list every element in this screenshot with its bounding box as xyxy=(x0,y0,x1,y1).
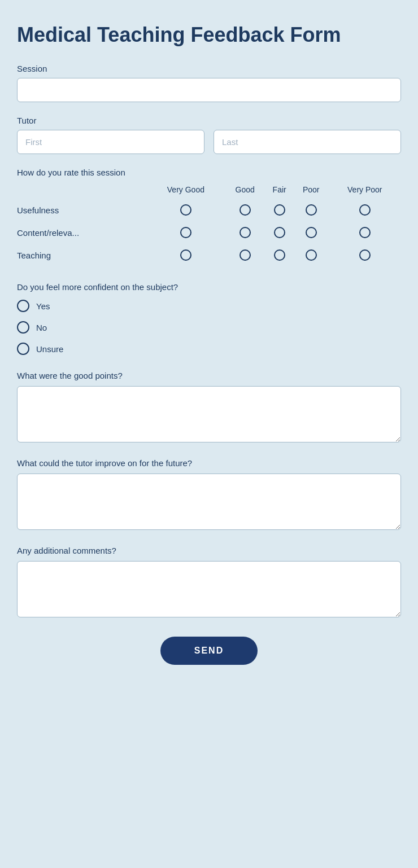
teaching-poor-radio[interactable] xyxy=(306,249,317,261)
usefulness-fair-radio[interactable] xyxy=(274,204,285,216)
confidence-yes-label: Yes xyxy=(36,301,50,311)
rating-col-verypoor: Very Poor xyxy=(329,185,401,199)
usefulness-good-radio[interactable] xyxy=(240,204,251,216)
rating-col-fair: Fair xyxy=(265,185,293,199)
send-button[interactable]: SEND xyxy=(160,637,258,665)
table-row: Teaching xyxy=(17,244,401,266)
teaching-good-radio[interactable] xyxy=(240,249,251,261)
good-points-question: What were the good points? xyxy=(17,371,401,380)
confidence-yes-option: Yes xyxy=(17,300,401,312)
usefulness-label: Usefulness xyxy=(17,199,147,221)
rating-col-good: Good xyxy=(225,185,265,199)
confidence-unsure-label: Unsure xyxy=(36,344,63,354)
session-section: Session xyxy=(17,64,401,102)
rating-col-empty xyxy=(17,185,147,199)
usefulness-verypoor-radio[interactable] xyxy=(359,204,371,216)
teaching-label: Teaching xyxy=(17,244,147,266)
confidence-question: Do you feel more confident on the subjec… xyxy=(17,282,401,292)
page-title: Medical Teaching Feedback Form xyxy=(17,23,401,47)
improve-question: What could the tutor improve on for the … xyxy=(17,458,401,468)
content-label: Content/releva... xyxy=(17,221,147,244)
tutor-first-input[interactable] xyxy=(17,130,204,154)
send-button-container: SEND xyxy=(17,637,401,665)
teaching-fair-radio[interactable] xyxy=(274,249,285,261)
confidence-unsure-option: Unsure xyxy=(17,343,401,355)
content-verygood-radio[interactable] xyxy=(180,227,191,238)
usefulness-verygood-radio[interactable] xyxy=(180,204,191,216)
tutor-last-input[interactable] xyxy=(214,130,401,154)
content-fair-radio[interactable] xyxy=(274,227,285,238)
rating-col-poor: Poor xyxy=(294,185,329,199)
rating-table: Very Good Good Fair Poor Very Poor Usefu… xyxy=(17,185,401,266)
improve-section: What could the tutor improve on for the … xyxy=(17,458,401,532)
content-poor-radio[interactable] xyxy=(306,227,317,238)
additional-section: Any additional comments? xyxy=(17,546,401,620)
confidence-no-label: No xyxy=(36,323,47,332)
good-points-section: What were the good points? xyxy=(17,371,401,445)
additional-question: Any additional comments? xyxy=(17,546,401,555)
rating-section: How do you rate this session Very Good G… xyxy=(17,168,401,266)
session-label: Session xyxy=(17,64,401,73)
good-points-textarea[interactable] xyxy=(17,386,401,442)
session-input[interactable] xyxy=(17,78,401,102)
content-good-radio[interactable] xyxy=(240,227,251,238)
teaching-verygood-radio[interactable] xyxy=(180,249,191,261)
confidence-unsure-radio[interactable] xyxy=(17,343,29,355)
teaching-verypoor-radio[interactable] xyxy=(359,249,371,261)
usefulness-poor-radio[interactable] xyxy=(306,204,317,216)
content-verypoor-radio[interactable] xyxy=(359,227,371,238)
confidence-no-radio[interactable] xyxy=(17,321,29,334)
additional-textarea[interactable] xyxy=(17,561,401,617)
tutor-section: Tutor xyxy=(17,116,401,154)
tutor-label: Tutor xyxy=(17,116,401,125)
rating-question: How do you rate this session xyxy=(17,168,401,177)
improve-textarea[interactable] xyxy=(17,474,401,530)
table-row: Content/releva... xyxy=(17,221,401,244)
confidence-yes-radio[interactable] xyxy=(17,300,29,312)
confidence-no-option: No xyxy=(17,321,401,334)
tutor-name-row xyxy=(17,130,401,154)
rating-col-verygood: Very Good xyxy=(147,185,225,199)
table-row: Usefulness xyxy=(17,199,401,221)
confidence-section: Do you feel more confident on the subjec… xyxy=(17,282,401,355)
